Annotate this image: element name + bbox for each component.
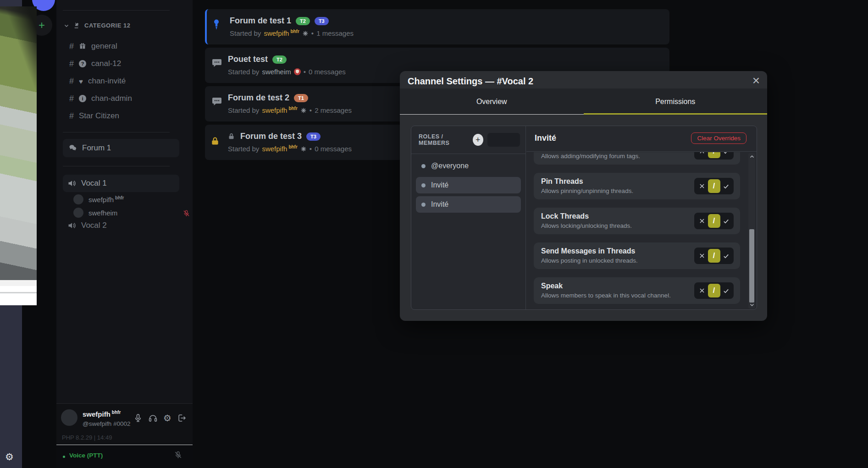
question-icon: ? [79, 60, 86, 67]
sidebar-item-chan-invite[interactable]: # ♥ chan-invité [56, 72, 193, 90]
post-subtitle: Started by swefheim • 0 messages [228, 68, 346, 76]
permission-row: Pin Threads Allows pinning/unpinning thr… [534, 173, 740, 199]
role-color-dot [421, 164, 426, 168]
scroll-down-icon[interactable] [748, 302, 755, 308]
scroll-up-icon[interactable] [748, 154, 755, 160]
clear-overrides-button[interactable]: Clear Overrides [691, 132, 746, 144]
sidebar-item-vocal-2[interactable]: Vocal 2 [67, 221, 107, 230]
passthrough-button[interactable]: / [708, 284, 720, 297]
close-icon[interactable]: × [752, 73, 760, 88]
divider [63, 10, 170, 11]
permission-title: Send Messages in Threads [541, 247, 690, 256]
post-subtitle: Started by swefpifhbhfr • 1 messages [230, 29, 354, 37]
message-count: 2 messages [315, 106, 352, 114]
deny-button[interactable] [697, 183, 708, 189]
mic-icon[interactable] [133, 413, 143, 423]
passthrough-button[interactable]: / [708, 179, 720, 193]
passthrough-button[interactable]: / [708, 214, 720, 228]
tab-overview[interactable]: Overview [400, 88, 584, 115]
sidebar-item-general[interactable]: # general [56, 38, 193, 55]
avatar[interactable] [61, 409, 77, 426]
permission-description: Allows adding/modifying forum tags. [541, 153, 690, 160]
settings-gear-icon[interactable]: ⚙ [5, 452, 14, 462]
post-author: swefheim [262, 68, 291, 76]
deny-button[interactable] [697, 287, 708, 294]
mic-slash-icon[interactable] [174, 451, 182, 459]
tab-strip: Overview Permissions [400, 88, 767, 115]
allow-button[interactable] [720, 253, 731, 259]
logout-icon[interactable] [177, 413, 186, 423]
voice-user-swefpifh[interactable]: swefpifhbhfr [73, 194, 124, 204]
permission-row: Allows adding/modifying forum tags. / [534, 152, 740, 165]
clown-emoji-icon [294, 68, 301, 75]
permission-row: Send Messages in Threads Allows posting … [534, 242, 740, 269]
custom-emoji-icon [302, 30, 309, 37]
allow-button[interactable] [720, 152, 731, 155]
voice-user-name: swefheim [88, 209, 117, 217]
speaker-icon [67, 221, 77, 230]
passthrough-button[interactable]: / [708, 249, 720, 263]
headphones-icon[interactable] [148, 413, 158, 423]
gear-icon[interactable]: ⚙ [163, 413, 171, 423]
plus-icon: + [39, 19, 45, 32]
sidebar-item-chan-admin[interactable]: # i chan-admin [56, 90, 193, 107]
photo-preview [0, 6, 37, 305]
deny-button[interactable] [697, 218, 708, 224]
scrollbar[interactable] [748, 153, 755, 308]
voice-channel-label: Vocal 2 [81, 221, 107, 230]
deny-button[interactable] [697, 253, 708, 259]
speaker-icon [67, 179, 77, 188]
permission-title: Pin Threads [541, 177, 690, 186]
custom-emoji-icon [300, 107, 307, 114]
post-subtitle: Started by swefpifhbhfr • 2 messages [228, 106, 352, 114]
hash-icon: # [69, 94, 74, 104]
permission-row: Speak Allows members to speak in this vo… [534, 277, 740, 304]
allow-button[interactable] [720, 287, 731, 294]
bullet: • [310, 145, 312, 153]
sidebar-item-forum-1[interactable]: Forum 1 [63, 139, 179, 157]
role-item-invite[interactable]: Invité [416, 196, 521, 213]
passthrough-button[interactable]: / [708, 152, 720, 158]
tag-badge: T2 [296, 17, 310, 25]
role-item-everyone[interactable]: @everyone [416, 158, 521, 174]
version-meta: PHP 8.2.29 | 14:49 [62, 434, 112, 441]
permission-description: Allows locking/unlocking threads. [541, 222, 690, 229]
hash-icon: # [69, 59, 74, 69]
role-label: Invité [431, 200, 448, 209]
role-item-invite[interactable]: Invité [416, 177, 521, 193]
modal-title: Channel Settings — #Vocal 2 [408, 76, 533, 87]
scrollbar-thumb[interactable] [749, 229, 754, 303]
forum-post-card[interactable]: Forum de test 1 T2 T3 Started by swefpif… [205, 9, 669, 44]
voice-mode-label: Voice (PTT) [69, 452, 103, 459]
channel-name: general [91, 42, 117, 51]
chat-bubble-icon [211, 96, 222, 107]
roles-search-box[interactable] [487, 133, 520, 147]
allow-button[interactable] [720, 183, 731, 190]
chevron-down-icon [64, 23, 69, 28]
hash-icon: # [69, 111, 74, 121]
avatar [73, 208, 83, 218]
lock-icon [210, 137, 220, 146]
mic-muted-icon [182, 209, 190, 217]
tab-permissions[interactable]: Permissions [584, 88, 768, 115]
voice-user-swefheim[interactable]: swefheim [73, 208, 117, 218]
add-role-button[interactable]: + [473, 134, 483, 146]
voice-status-dot [63, 456, 65, 458]
sidebar-item-canal-12[interactable]: # ? canal-12 [56, 55, 193, 72]
permission-title: Lock Threads [541, 212, 690, 221]
user-handle: @swefpifh #0002 [83, 420, 131, 427]
category-row[interactable]: CATEGORIE 12 [64, 22, 130, 29]
sidebar-item-vocal-1[interactable]: Vocal 1 [63, 175, 179, 192]
permission-description: Allows members to speak in this vocal ch… [541, 292, 690, 299]
sidebar-item-star-citizen[interactable]: # Star Citizen [56, 107, 193, 125]
category-label: CATEGORIE 12 [84, 22, 130, 29]
deny-button[interactable] [697, 152, 708, 154]
role-color-dot [421, 183, 426, 187]
post-title: Forum de test 3 [240, 132, 302, 141]
post-subtitle: Started by swefpifhbhfr • 0 messages [228, 145, 352, 153]
divider [63, 166, 170, 166]
roles-list: @everyone Invité Invité [411, 154, 525, 216]
tag-badge: T3 [306, 132, 321, 141]
role-label: Invité [431, 181, 448, 189]
allow-button[interactable] [720, 218, 731, 225]
